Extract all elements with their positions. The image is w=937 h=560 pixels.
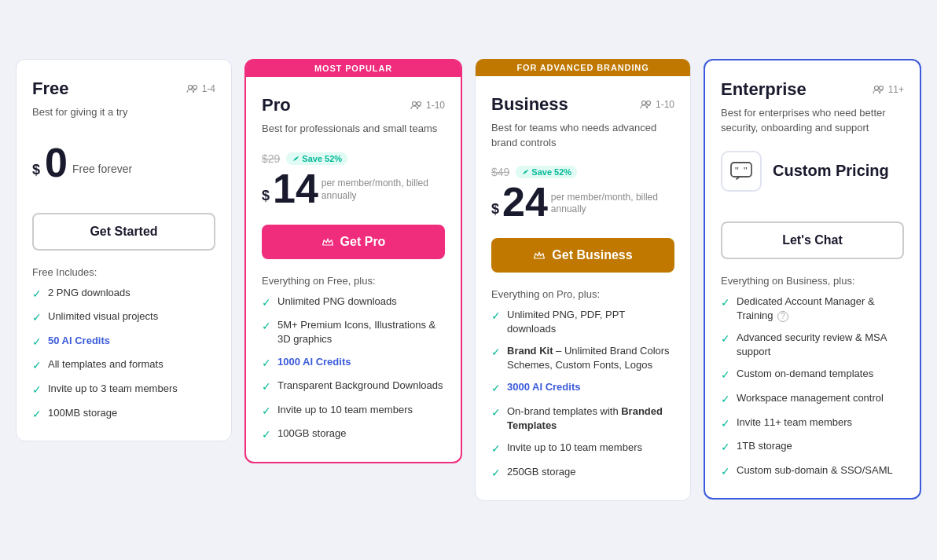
leaf-icon-pro <box>292 155 299 163</box>
plan-header-business: Business 1-10 <box>491 94 674 115</box>
list-item: ✓ 5M+ Premium Icons, Illustrations & 3D … <box>262 318 445 346</box>
save-badge-business: Save 52% <box>516 166 577 178</box>
check-icon: ✓ <box>262 379 271 395</box>
feature-list-enterprise: ✓ Dedicated Account Manager & Training ?… <box>721 295 904 480</box>
plan-header-enterprise: Enterprise 11+ <box>721 79 904 100</box>
feature-list-free: ✓ 2 PNG downloads ✓ Unlimited visual pro… <box>32 286 215 423</box>
price-detail-business: per member/month, billed annually <box>551 192 674 216</box>
svg-point-1 <box>193 86 197 90</box>
check-icon: ✓ <box>32 358 42 374</box>
currency-business: $ <box>491 201 499 218</box>
cta-button-free[interactable]: Get Started <box>32 213 215 251</box>
cta-button-business[interactable]: Get Business <box>491 238 674 273</box>
plan-header-pro: Pro 1-10 <box>262 95 445 115</box>
features-title-enterprise: Everything on Business, plus: <box>721 275 904 287</box>
list-item: ✓ Workspace management control <box>721 391 904 408</box>
check-icon: ✓ <box>491 345 501 361</box>
check-icon: ✓ <box>262 319 271 335</box>
list-item: ✓ All templates and formats <box>32 357 215 374</box>
plan-users-free: 1-4 <box>186 83 215 94</box>
list-item: ✓ Custom on-demand templates <box>721 367 904 383</box>
badge-advanced: FOR ADVANCED BRANDING <box>476 59 690 76</box>
list-item: ✓ On-brand templates with Branded Templa… <box>491 404 674 433</box>
list-item: ✓ Transparent Background Downloads <box>262 379 445 395</box>
check-icon: ✓ <box>491 405 501 421</box>
price-section-pro: $29 Save 52% $ 14 per member/month, bill… <box>262 152 445 209</box>
quote-icon: " " <box>730 162 752 181</box>
price-detail-free: Free forever <box>72 163 132 175</box>
features-title-free: Free Includes: <box>32 266 215 278</box>
list-item: ✓ Unlimited PNG downloads <box>262 295 445 311</box>
crown-icon-pro <box>322 236 334 248</box>
check-icon: ✓ <box>491 381 501 397</box>
list-item: ✓ 100MB storage <box>32 406 215 423</box>
users-icon-enterprise <box>873 85 885 94</box>
list-item: ✓ Invite 11+ team members <box>721 415 904 432</box>
plan-name-pro: Pro <box>262 95 291 115</box>
plan-tagline-business: Best for teams who needs advanced brand … <box>491 121 674 149</box>
cta-button-pro[interactable]: Get Pro <box>262 225 445 259</box>
users-icon-pro <box>410 101 423 110</box>
plan-users-business: 1-10 <box>640 99 674 110</box>
check-icon: ✓ <box>721 392 730 408</box>
plan-card-business: FOR ADVANCED BRANDING Business 1-10 Best… <box>475 59 691 500</box>
info-icon[interactable]: ? <box>777 311 788 322</box>
users-icon-free <box>186 84 199 93</box>
svg-point-5 <box>646 101 650 105</box>
list-item: ✓ Custom sub-domain & SSO/SAML <box>721 463 904 480</box>
plan-card-pro: MOST POPULAR Pro 1-10 Best for professio… <box>244 59 462 463</box>
check-icon: ✓ <box>491 441 501 457</box>
plan-tagline-enterprise: Best for enterprises who need better sec… <box>721 106 904 134</box>
check-icon: ✓ <box>491 309 501 324</box>
leaf-icon-business <box>521 168 529 176</box>
svg-point-6 <box>874 86 878 90</box>
svg-point-0 <box>188 86 192 90</box>
original-price-pro: $29 <box>262 152 280 165</box>
check-icon: ✓ <box>721 440 730 456</box>
features-title-business: Everything on Pro, plus: <box>491 288 674 300</box>
list-item: ✓ Invite up to 10 team members <box>262 403 445 419</box>
custom-pricing-text: Custom Pricing <box>773 162 889 180</box>
price-section-enterprise: " " Custom Pricing <box>721 151 904 206</box>
check-icon: ✓ <box>721 295 730 311</box>
svg-point-7 <box>879 86 883 90</box>
price-business: 24 <box>502 181 548 222</box>
list-item: ✓ 100GB storage <box>262 426 445 443</box>
price-free: 0 <box>45 142 68 183</box>
svg-text:": " <box>743 165 748 176</box>
list-item: ✓ 250GB storage <box>491 465 674 481</box>
list-item: ✓ Unlimited visual projects <box>32 309 215 326</box>
check-icon: ✓ <box>721 368 730 383</box>
check-icon: ✓ <box>32 407 42 423</box>
list-item: ✓ 1TB storage <box>721 439 904 456</box>
check-icon: ✓ <box>721 416 730 432</box>
badge-popular: MOST POPULAR <box>246 60 461 77</box>
price-pro: 14 <box>273 168 318 209</box>
feature-list-pro: ✓ Unlimited PNG downloads ✓ 5M+ Premium … <box>262 295 445 443</box>
chat-icon-enterprise: " " <box>721 151 762 192</box>
plan-tagline-pro: Best for professionals and small teams <box>262 122 445 136</box>
check-icon: ✓ <box>491 466 501 481</box>
plan-name-enterprise: Enterprise <box>721 79 807 100</box>
svg-point-2 <box>412 102 416 106</box>
check-icon: ✓ <box>32 382 42 398</box>
check-icon: ✓ <box>32 287 42 302</box>
plan-tagline-free: Best for giving it a try <box>32 105 215 119</box>
features-title-pro: Everything on Free, plus: <box>262 275 445 287</box>
check-icon: ✓ <box>32 310 42 326</box>
svg-point-4 <box>641 101 645 105</box>
list-item: ✓ Invite up to 10 team members <box>491 441 674 457</box>
check-icon: ✓ <box>262 404 271 419</box>
price-section-free: $ 0 Free forever <box>32 142 215 197</box>
currency-pro: $ <box>262 188 270 204</box>
original-price-business: $49 <box>491 166 509 178</box>
cta-button-enterprise[interactable]: Let's Chat <box>721 221 904 259</box>
list-item: ✓ Invite up to 3 team members <box>32 382 215 398</box>
list-item: ✓ 50 AI Credits <box>32 334 215 350</box>
check-icon: ✓ <box>32 335 42 350</box>
pricing-container: Free 1-4 Best for giving it a try $ 0 Fr… <box>16 59 921 500</box>
crown-icon-business <box>533 249 546 262</box>
plan-header-free: Free 1-4 <box>32 79 215 99</box>
plan-users-enterprise: 11+ <box>873 84 904 95</box>
check-icon: ✓ <box>262 356 271 372</box>
